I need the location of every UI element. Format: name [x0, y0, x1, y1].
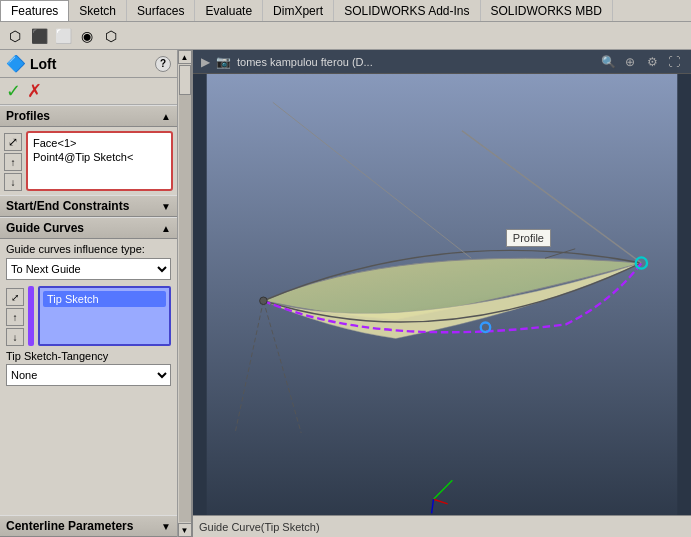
- bottom-status-text: Guide Curve(Tip Sketch): [199, 521, 320, 533]
- profiles-chevron-icon: ▲: [161, 111, 171, 122]
- vp-search-icon[interactable]: 🔍: [599, 53, 617, 71]
- profile-icon: ⤢: [4, 133, 22, 151]
- viewport-arrow-icon: ▶: [201, 55, 210, 69]
- left-panel: 🔷 Loft ? ✓ ✗ Profiles ▲: [0, 50, 193, 537]
- centerline-chevron-icon: ▼: [161, 521, 171, 532]
- guide-tangency-label: Tip Sketch-Tangency: [6, 350, 171, 362]
- profile-down-btn[interactable]: ↓: [4, 173, 22, 191]
- action-buttons: ✓ ✗: [0, 78, 177, 105]
- menu-tab-sketch[interactable]: Sketch: [69, 0, 127, 21]
- svg-point-7: [260, 297, 268, 305]
- viewport-title: tomes kampulou fterou (D...: [237, 56, 593, 68]
- bottom-status-bar: Guide Curve(Tip Sketch): [193, 515, 691, 537]
- loft-title: 🔷 Loft: [6, 54, 56, 73]
- cancel-button[interactable]: ✗: [27, 82, 42, 100]
- viewport-icons: 🔍 ⊕ ⚙ ⛶: [599, 53, 683, 71]
- menu-tab-dimxpert[interactable]: DimXpert: [263, 0, 334, 21]
- loft-help-button[interactable]: ?: [155, 56, 171, 72]
- guide-tangency-dropdown[interactable]: None Tangency Normal to Profile: [6, 364, 171, 386]
- toolbar-btn-3[interactable]: ⬜: [52, 25, 74, 47]
- menu-tab-features[interactable]: Features: [0, 0, 69, 21]
- profiles-section-title: Profiles: [6, 109, 50, 123]
- menu-tab-solidworks-addins[interactable]: SOLIDWORKS Add-Ins: [334, 0, 480, 21]
- loft-header: 🔷 Loft ?: [0, 50, 177, 78]
- guide-icon: ⤢: [6, 288, 24, 306]
- profiles-content: ⤢ ↑ ↓ Face<1> Point4@Tip Sketch<: [0, 127, 177, 195]
- vp-expand-icon[interactable]: ⛶: [665, 53, 683, 71]
- panel-body: 🔷 Loft ? ✓ ✗ Profiles ▲: [0, 50, 177, 537]
- start-end-section-header[interactable]: Start/End Constraints ▼: [0, 195, 177, 217]
- panel-scrollbar: ▲ ▼: [177, 50, 191, 537]
- viewport-topbar: ▶ 📷 tomes kampulou fterou (D... 🔍 ⊕ ⚙ ⛶: [193, 50, 691, 74]
- menu-bar: Features Sketch Surfaces Evaluate DimXpe…: [0, 0, 691, 22]
- confirm-button[interactable]: ✓: [6, 82, 21, 100]
- guide-curves-content: Guide curves influence type: To Next Gui…: [0, 239, 177, 390]
- guide-curves-section-header[interactable]: Guide Curves ▲: [0, 217, 177, 239]
- start-end-section-title: Start/End Constraints: [6, 199, 129, 213]
- profile-up-btn[interactable]: ↑: [4, 153, 22, 171]
- toolbar-btn-1[interactable]: ⬡: [4, 25, 26, 47]
- guide-up-btn[interactable]: ↑: [6, 308, 24, 326]
- start-end-chevron-icon: ▼: [161, 201, 171, 212]
- guide-down-btn[interactable]: ↓: [6, 328, 24, 346]
- guide-color-bar: [28, 286, 34, 346]
- viewport-cam-icon: 📷: [216, 55, 231, 69]
- toolbar: ⬡ ⬛ ⬜ ◉ ⬡: [0, 22, 691, 50]
- scrollbar-down-button[interactable]: ▼: [178, 523, 192, 537]
- guide-list-area: ⤢ ↑ ↓ Tip Sketch: [6, 286, 171, 346]
- profile-listbox[interactable]: Face<1> Point4@Tip Sketch<: [26, 131, 173, 191]
- guide-influence-label: Guide curves influence type:: [6, 243, 171, 255]
- vp-settings-icon[interactable]: ⚙: [643, 53, 661, 71]
- guide-curves-chevron-icon: ▲: [161, 223, 171, 234]
- guide-influence-dropdown[interactable]: To Next Guide To Next Sharp Global: [6, 258, 171, 280]
- menu-tab-surfaces[interactable]: Surfaces: [127, 0, 195, 21]
- guide-curves-section-title: Guide Curves: [6, 221, 84, 235]
- menu-tab-solidworks-mbd[interactable]: SOLIDWORKS MBD: [481, 0, 613, 21]
- viewport[interactable]: ▶ 📷 tomes kampulou fterou (D... 🔍 ⊕ ⚙ ⛶: [193, 50, 691, 537]
- menu-tab-evaluate[interactable]: Evaluate: [195, 0, 263, 21]
- guide-item-tip-sketch[interactable]: Tip Sketch: [43, 291, 166, 307]
- profiles-section-header[interactable]: Profiles ▲: [0, 105, 177, 127]
- loft-icon: 🔷: [6, 54, 26, 73]
- toolbar-btn-5[interactable]: ⬡: [100, 25, 122, 47]
- centerline-section-header[interactable]: Centerline Parameters ▼: [0, 515, 177, 537]
- loft-title-text: Loft: [30, 56, 56, 72]
- scrollbar-track: [179, 65, 191, 522]
- scrollbar-up-button[interactable]: ▲: [178, 50, 192, 64]
- viewport-3d-content: Profile: [193, 74, 691, 537]
- vp-zoom-icon[interactable]: ⊕: [621, 53, 639, 71]
- toolbar-btn-2[interactable]: ⬛: [28, 25, 50, 47]
- profile-list-area: ⤢ ↑ ↓ Face<1> Point4@Tip Sketch<: [4, 131, 173, 191]
- main-layout: 🔷 Loft ? ✓ ✗ Profiles ▲: [0, 50, 691, 537]
- toolbar-btn-4[interactable]: ◉: [76, 25, 98, 47]
- profile-item-point[interactable]: Point4@Tip Sketch<: [31, 150, 168, 164]
- guide-listbox[interactable]: Tip Sketch: [38, 286, 171, 346]
- profile-label: Profile: [506, 229, 551, 247]
- scrollbar-thumb[interactable]: [179, 65, 191, 95]
- centerline-section-title: Centerline Parameters: [6, 519, 133, 533]
- profile-item-face[interactable]: Face<1>: [31, 136, 168, 150]
